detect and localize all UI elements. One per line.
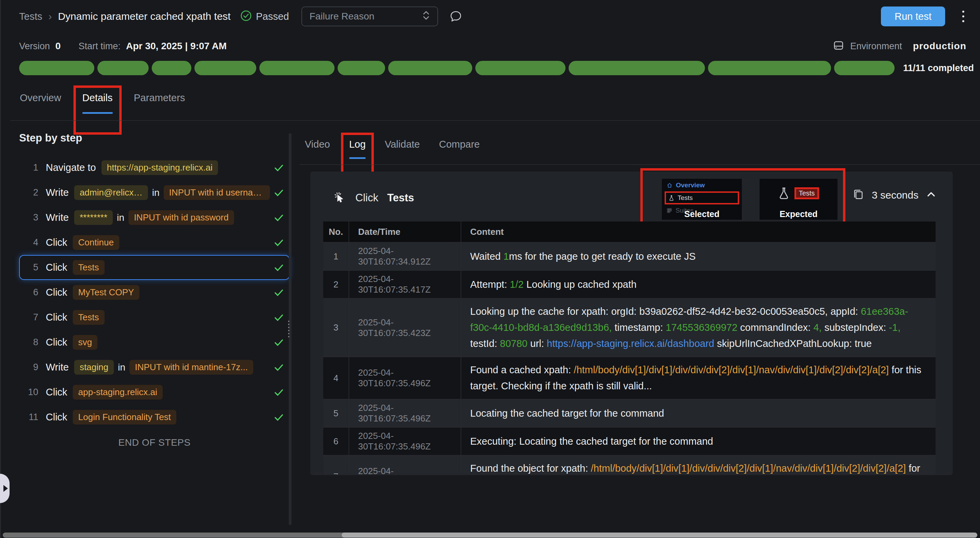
- step-action: Click: [46, 312, 67, 323]
- selected-caption: Selected: [662, 209, 742, 219]
- progress-completed-label: 11/11 completed: [902, 63, 974, 73]
- tab-compare[interactable]: Compare: [439, 139, 480, 153]
- horizontal-scrollbar-thumb[interactable]: [342, 533, 977, 538]
- duration-label: 3 seconds: [872, 189, 918, 201]
- log-rows: 12025-04-30T16:07:34.912ZWaited 1ms for …: [323, 243, 935, 474]
- log-content-text: Attempt: 1/2 Looking up cached xpath: [470, 277, 636, 293]
- log-cell-content: Looking up the cache for xpath: orgId: b…: [461, 299, 935, 357]
- sidebar-expand-handle[interactable]: [0, 474, 10, 503]
- copy-icon[interactable]: [852, 188, 865, 202]
- run-test-button[interactable]: Run test: [881, 6, 945, 26]
- log-cell-time: 2025-04-30T16:07:35.417Z: [349, 271, 461, 298]
- step-row[interactable]: 7ClickTests: [19, 305, 290, 330]
- breadcrumb[interactable]: Tests: [19, 11, 42, 22]
- step-action: Click: [46, 387, 67, 398]
- expected-screenshot-thumbnail[interactable]: Tests Expected: [760, 179, 837, 220]
- log-content-text: Waited 1ms for the page to get ready to …: [470, 248, 696, 264]
- collapse-chevron-up-icon[interactable]: [925, 189, 937, 202]
- step-target-badge: Login Functionality Test: [73, 410, 176, 425]
- step-row[interactable]: 10Clickapp-staging.relicx.ai: [19, 380, 290, 405]
- step-row[interactable]: 5ClickTests: [19, 255, 290, 280]
- tab-validate[interactable]: Validate: [385, 139, 420, 153]
- log-cell-time: 2025-04-30T16:07:35.423Z: [349, 299, 461, 357]
- horizontal-scrollbar[interactable]: [3, 533, 977, 538]
- step-number: 5: [25, 262, 38, 273]
- log-text-segment: /html/body/div[1]/div[1]/div/div/div[2]/…: [591, 463, 906, 474]
- step-action: Navigate to: [46, 162, 96, 173]
- progress-row: 11/11 completed: [0, 59, 980, 75]
- log-card: Click Tests Overview Tests: [310, 172, 953, 475]
- end-of-steps-label: END OF STEPS: [19, 437, 290, 448]
- mini-overview-item: Overview: [667, 181, 739, 190]
- step-parts: Tests: [73, 310, 105, 325]
- tab-details[interactable]: Details: [82, 92, 113, 109]
- step-check-icon: [270, 237, 284, 248]
- log-row: 32025-04-30T16:07:35.423ZLooking up the …: [323, 299, 935, 357]
- step-log-title: Click Tests: [332, 190, 414, 206]
- panel-resize-grip[interactable]: [287, 320, 290, 338]
- progress-bar: [19, 61, 894, 75]
- progress-segment: [97, 61, 149, 75]
- step-row[interactable]: 3Write********inINPUT with id password: [19, 205, 290, 230]
- left-edge-divider: [0, 0, 1, 538]
- progress-segment: [834, 61, 894, 75]
- status-label: Passed: [256, 11, 289, 22]
- step-by-step-panel: Step by step 1Navigate tohttps://app-sta…: [19, 132, 290, 448]
- comment-button[interactable]: [448, 9, 463, 24]
- tab-details-label: Details: [82, 92, 113, 103]
- mini-tests-item-highlighted: Tests: [665, 191, 739, 204]
- log-cell-content: Attempt: 1/2 Looking up cached xpath: [461, 271, 935, 298]
- log-text-segment: Found the object for xpath:: [470, 463, 591, 474]
- step-row[interactable]: 6ClickMyTest COPY: [19, 280, 290, 305]
- step-target-badge: svg: [73, 335, 97, 350]
- log-cell-no: 4: [323, 357, 349, 399]
- more-options-button[interactable]: [960, 8, 966, 24]
- step-action: Click: [46, 262, 67, 273]
- tab-log-label: Log: [349, 139, 366, 150]
- step-row[interactable]: 4ClickContinue: [19, 230, 290, 255]
- log-cell-content: Locating the cached target for the comma…: [461, 400, 935, 427]
- log-text-segment: 4,: [813, 322, 821, 333]
- step-check-icon: [270, 187, 284, 198]
- tab-video[interactable]: Video: [305, 139, 330, 153]
- log-text-segment: Locating the cached target for the comma…: [470, 408, 664, 419]
- step-connector-text: in: [152, 187, 159, 198]
- step-row[interactable]: 9WritestaginginINPUT with id mantine-17z…: [19, 355, 290, 380]
- tab-log[interactable]: Log: [349, 139, 366, 153]
- failure-reason-select[interactable]: Failure Reason: [301, 6, 438, 26]
- tab-parameters[interactable]: Parameters: [134, 92, 185, 109]
- log-cell-time: 2025-04-30T16:07:35.496Z: [349, 357, 461, 399]
- step-action: Write: [46, 361, 69, 373]
- log-text-segment: /html/body/div[1]/div[1]/div/div/div[2]/…: [574, 365, 889, 375]
- tab-overview[interactable]: Overview: [20, 92, 61, 109]
- log-text-segment: 1745536369972: [666, 322, 737, 333]
- step-parts: svg: [73, 335, 97, 350]
- step-action: Write: [46, 212, 69, 223]
- step-number: 1: [25, 162, 38, 173]
- step-target-badge: INPUT with id username: [164, 185, 270, 200]
- log-cell-no: 5: [323, 400, 349, 427]
- step-action: Click: [46, 337, 67, 348]
- log-text-segment: testId:: [470, 338, 500, 349]
- page-title: Dynamic parameter cached xpath test: [58, 11, 231, 22]
- log-cell-no: 2: [323, 271, 349, 298]
- log-text-segment: Looking up the cache for xpath: orgId: b…: [470, 306, 861, 317]
- header-no: No.: [323, 221, 349, 242]
- selected-screenshot-thumbnail[interactable]: Overview Tests Suites Selected: [662, 179, 742, 220]
- step-row[interactable]: 11ClickLogin Functionality Test: [19, 405, 290, 430]
- progress-segment: [569, 61, 705, 75]
- log-text-segment: 1/2: [510, 279, 523, 290]
- log-content-text: Looking up the cache for xpath: orgId: b…: [470, 304, 927, 352]
- expected-thumb-body: Tests: [760, 179, 837, 207]
- status-badge: Passed: [240, 10, 289, 23]
- start-time-label: Start time:: [79, 41, 121, 52]
- select-chevrons-icon: [422, 10, 430, 24]
- step-number: 8: [25, 337, 38, 348]
- step-number: 6: [25, 287, 38, 298]
- top-bar: Tests › Dynamic parameter cached xpath t…: [0, 0, 980, 33]
- step-row[interactable]: 1Navigate tohttps://app-staging.relicx.a…: [19, 155, 290, 180]
- step-check-icon: [270, 312, 284, 323]
- step-row[interactable]: 8Clicksvg: [19, 330, 290, 355]
- step-row[interactable]: 2Writeadmin@relicx.aiinINPUT with id use…: [19, 180, 290, 205]
- step-connector-text: in: [117, 212, 124, 223]
